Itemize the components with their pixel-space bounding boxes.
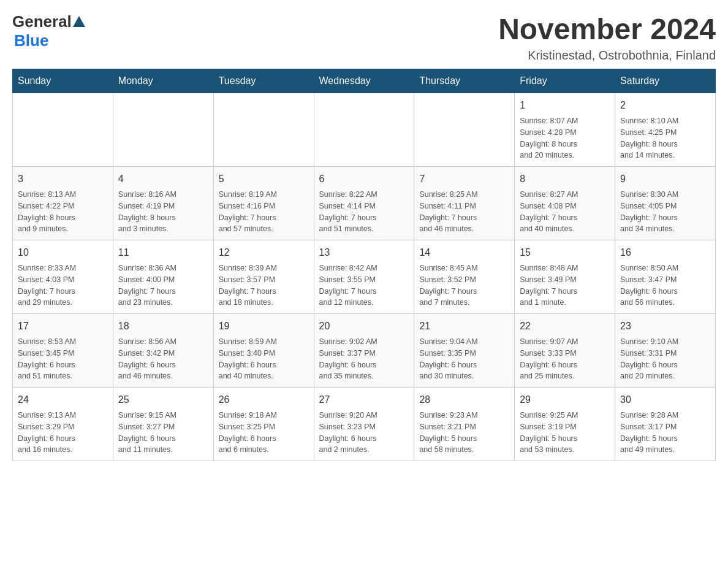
calendar-cell: 12Sunrise: 8:39 AM Sunset: 3:57 PM Dayli… — [213, 240, 314, 314]
day-info: Sunrise: 9:13 AM Sunset: 3:29 PM Dayligh… — [18, 410, 108, 456]
day-info: Sunrise: 8:07 AM Sunset: 4:28 PM Dayligh… — [520, 115, 610, 161]
calendar-cell — [414, 93, 515, 167]
day-info: Sunrise: 8:30 AM Sunset: 4:05 PM Dayligh… — [620, 189, 710, 235]
logo-general-text: General — [12, 12, 72, 31]
logo: General Blue — [12, 12, 85, 50]
calendar-cell: 24Sunrise: 9:13 AM Sunset: 3:29 PM Dayli… — [13, 388, 113, 461]
calendar-cell: 9Sunrise: 8:30 AM Sunset: 4:05 PM Daylig… — [615, 167, 716, 240]
day-info: Sunrise: 9:18 AM Sunset: 3:25 PM Dayligh… — [219, 410, 309, 456]
weekday-header-sunday: Sunday — [13, 69, 113, 93]
calendar-cell: 7Sunrise: 8:25 AM Sunset: 4:11 PM Daylig… — [414, 167, 515, 240]
day-info: Sunrise: 8:45 AM Sunset: 3:52 PM Dayligh… — [419, 262, 509, 308]
day-number: 9 — [620, 172, 710, 186]
calendar-cell: 16Sunrise: 8:50 AM Sunset: 3:47 PM Dayli… — [615, 240, 716, 314]
day-number: 19 — [219, 319, 309, 334]
day-number: 23 — [620, 319, 710, 334]
day-info: Sunrise: 9:07 AM Sunset: 3:33 PM Dayligh… — [520, 336, 610, 382]
day-number: 15 — [520, 245, 610, 260]
day-number: 16 — [620, 245, 710, 260]
weekday-header-thursday: Thursday — [414, 69, 515, 93]
calendar-cell: 25Sunrise: 9:15 AM Sunset: 3:27 PM Dayli… — [113, 388, 213, 461]
calendar-cell: 30Sunrise: 9:28 AM Sunset: 3:17 PM Dayli… — [615, 388, 716, 461]
calendar-cell: 11Sunrise: 8:36 AM Sunset: 4:00 PM Dayli… — [113, 240, 213, 314]
day-info: Sunrise: 9:02 AM Sunset: 3:37 PM Dayligh… — [319, 336, 409, 382]
day-number: 2 — [620, 98, 710, 113]
calendar-cell: 18Sunrise: 8:56 AM Sunset: 3:42 PM Dayli… — [113, 314, 213, 388]
day-number: 6 — [319, 172, 409, 186]
logo-triangle-icon — [73, 16, 85, 27]
month-title: November 2024 — [498, 12, 716, 46]
day-info: Sunrise: 8:39 AM Sunset: 3:57 PM Dayligh… — [219, 262, 309, 308]
calendar-cell: 6Sunrise: 8:22 AM Sunset: 4:14 PM Daylig… — [314, 167, 414, 240]
day-number: 18 — [118, 319, 208, 334]
week-row-5: 24Sunrise: 9:13 AM Sunset: 3:29 PM Dayli… — [13, 388, 716, 461]
calendar-cell: 3Sunrise: 8:13 AM Sunset: 4:22 PM Daylig… — [13, 167, 113, 240]
calendar-cell: 13Sunrise: 8:42 AM Sunset: 3:55 PM Dayli… — [314, 240, 414, 314]
calendar-cell: 29Sunrise: 9:25 AM Sunset: 3:19 PM Dayli… — [515, 388, 615, 461]
day-number: 13 — [319, 245, 409, 260]
day-info: Sunrise: 9:20 AM Sunset: 3:23 PM Dayligh… — [319, 410, 409, 456]
day-info: Sunrise: 9:23 AM Sunset: 3:21 PM Dayligh… — [419, 410, 509, 456]
day-info: Sunrise: 8:59 AM Sunset: 3:40 PM Dayligh… — [219, 336, 309, 382]
week-row-3: 10Sunrise: 8:33 AM Sunset: 4:03 PM Dayli… — [13, 240, 716, 314]
calendar-cell: 21Sunrise: 9:04 AM Sunset: 3:35 PM Dayli… — [414, 314, 515, 388]
weekday-header-row: SundayMondayTuesdayWednesdayThursdayFrid… — [13, 69, 716, 93]
weekday-header-monday: Monday — [113, 69, 213, 93]
logo-blue-text: Blue — [14, 31, 48, 50]
day-info: Sunrise: 9:25 AM Sunset: 3:19 PM Dayligh… — [520, 410, 610, 456]
calendar-cell: 28Sunrise: 9:23 AM Sunset: 3:21 PM Dayli… — [414, 388, 515, 461]
day-info: Sunrise: 8:33 AM Sunset: 4:03 PM Dayligh… — [18, 262, 108, 308]
day-number: 7 — [419, 172, 509, 186]
calendar-cell — [13, 93, 113, 167]
day-info: Sunrise: 8:53 AM Sunset: 3:45 PM Dayligh… — [18, 336, 108, 382]
weekday-header-friday: Friday — [515, 69, 615, 93]
day-info: Sunrise: 8:22 AM Sunset: 4:14 PM Dayligh… — [319, 189, 409, 235]
day-number: 11 — [118, 245, 208, 260]
day-info: Sunrise: 8:16 AM Sunset: 4:19 PM Dayligh… — [118, 189, 208, 235]
calendar-cell: 5Sunrise: 8:19 AM Sunset: 4:16 PM Daylig… — [213, 167, 314, 240]
day-number: 28 — [419, 393, 509, 407]
day-info: Sunrise: 8:10 AM Sunset: 4:25 PM Dayligh… — [620, 115, 710, 161]
day-info: Sunrise: 8:27 AM Sunset: 4:08 PM Dayligh… — [520, 189, 610, 235]
day-number: 1 — [520, 98, 610, 113]
day-number: 26 — [219, 393, 309, 407]
weekday-header-wednesday: Wednesday — [314, 69, 414, 93]
location-title: Kristinestad, Ostrobothnia, Finland — [498, 48, 716, 63]
calendar-cell: 8Sunrise: 8:27 AM Sunset: 4:08 PM Daylig… — [515, 167, 615, 240]
day-number: 17 — [18, 319, 108, 334]
calendar-cell — [314, 93, 414, 167]
day-number: 5 — [219, 172, 309, 186]
calendar-cell: 19Sunrise: 8:59 AM Sunset: 3:40 PM Dayli… — [213, 314, 314, 388]
day-number: 14 — [419, 245, 509, 260]
day-number: 21 — [419, 319, 509, 334]
day-info: Sunrise: 9:28 AM Sunset: 3:17 PM Dayligh… — [620, 410, 710, 456]
day-info: Sunrise: 9:04 AM Sunset: 3:35 PM Dayligh… — [419, 336, 509, 382]
week-row-2: 3Sunrise: 8:13 AM Sunset: 4:22 PM Daylig… — [13, 167, 716, 240]
calendar-cell: 1Sunrise: 8:07 AM Sunset: 4:28 PM Daylig… — [515, 93, 615, 167]
calendar-cell — [113, 93, 213, 167]
day-info: Sunrise: 8:19 AM Sunset: 4:16 PM Dayligh… — [219, 189, 309, 235]
day-info: Sunrise: 8:36 AM Sunset: 4:00 PM Dayligh… — [118, 262, 208, 308]
day-number: 29 — [520, 393, 610, 407]
calendar-cell: 14Sunrise: 8:45 AM Sunset: 3:52 PM Dayli… — [414, 240, 515, 314]
day-info: Sunrise: 8:50 AM Sunset: 3:47 PM Dayligh… — [620, 262, 710, 308]
title-area: November 2024 Kristinestad, Ostrobothnia… — [498, 12, 716, 63]
calendar-cell: 26Sunrise: 9:18 AM Sunset: 3:25 PM Dayli… — [213, 388, 314, 461]
calendar-table: SundayMondayTuesdayWednesdayThursdayFrid… — [12, 69, 716, 461]
calendar-cell: 10Sunrise: 8:33 AM Sunset: 4:03 PM Dayli… — [13, 240, 113, 314]
calendar-cell: 23Sunrise: 9:10 AM Sunset: 3:31 PM Dayli… — [615, 314, 716, 388]
day-number: 20 — [319, 319, 409, 334]
day-number: 8 — [520, 172, 610, 186]
day-number: 10 — [18, 245, 108, 260]
day-number: 4 — [118, 172, 208, 186]
week-row-4: 17Sunrise: 8:53 AM Sunset: 3:45 PM Dayli… — [13, 314, 716, 388]
calendar-cell: 15Sunrise: 8:48 AM Sunset: 3:49 PM Dayli… — [515, 240, 615, 314]
calendar-cell: 4Sunrise: 8:16 AM Sunset: 4:19 PM Daylig… — [113, 167, 213, 240]
calendar-cell: 20Sunrise: 9:02 AM Sunset: 3:37 PM Dayli… — [314, 314, 414, 388]
week-row-1: 1Sunrise: 8:07 AM Sunset: 4:28 PM Daylig… — [13, 93, 716, 167]
day-number: 27 — [319, 393, 409, 407]
weekday-header-tuesday: Tuesday — [213, 69, 314, 93]
day-info: Sunrise: 9:10 AM Sunset: 3:31 PM Dayligh… — [620, 336, 710, 382]
header: General Blue November 2024 Kristinestad,… — [12, 12, 716, 63]
day-number: 3 — [18, 172, 108, 186]
